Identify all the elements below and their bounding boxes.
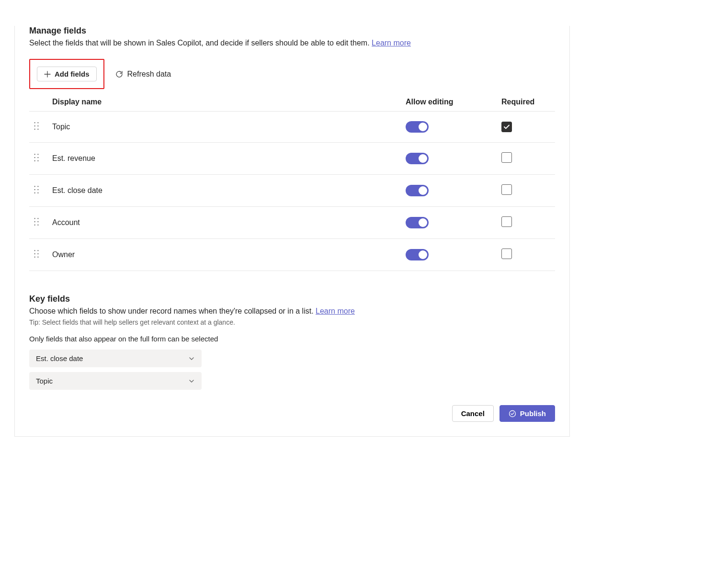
svg-point-4 [34,129,35,130]
allow-editing-toggle[interactable] [406,217,429,228]
svg-point-12 [34,186,35,187]
allow-editing-toggle[interactable] [406,121,429,133]
svg-point-7 [37,154,38,155]
field-name: Est. revenue [48,143,402,175]
required-checkbox[interactable] [501,122,512,132]
svg-point-15 [37,189,38,190]
plus-icon [44,71,51,78]
drag-handle-icon[interactable] [33,185,40,194]
svg-point-25 [37,250,38,251]
select-value: Est. close date [36,354,83,362]
col-display-name: Display name [48,93,402,112]
col-required: Required [498,93,555,112]
table-row: Topic [29,112,555,143]
svg-point-27 [37,253,38,254]
svg-point-28 [34,257,35,258]
svg-point-19 [37,218,38,219]
svg-point-9 [37,157,38,158]
key-fields-learn-more-link[interactable]: Learn more [316,307,355,315]
drag-handle-icon[interactable] [33,217,40,226]
key-field-select[interactable]: Est. close date [29,350,202,367]
svg-point-14 [34,189,35,190]
svg-point-29 [37,257,38,258]
svg-point-10 [34,160,35,161]
key-fields-note: Only fields that also appear on the full… [29,335,555,343]
svg-point-16 [34,192,35,193]
svg-point-23 [37,225,38,226]
add-fields-button[interactable]: Add fields [37,67,97,81]
required-checkbox[interactable] [501,152,512,163]
svg-point-5 [37,129,38,130]
svg-point-30 [509,410,515,417]
svg-point-21 [37,221,38,222]
allow-editing-toggle[interactable] [406,249,429,260]
add-fields-highlight-box: Add fields [29,59,104,89]
svg-point-20 [34,221,35,222]
table-row: Est. close date [29,175,555,207]
publish-button[interactable]: Publish [499,405,555,422]
required-checkbox[interactable] [501,249,512,259]
table-row: Account [29,207,555,239]
key-fields-tip: Tip: Select fields that will help seller… [29,318,555,326]
table-row: Owner [29,239,555,271]
chevron-down-icon [188,355,195,362]
manage-fields-description: Select the fields that will be shown in … [29,39,555,47]
cancel-button[interactable]: Cancel [452,405,494,422]
svg-point-8 [34,157,35,158]
field-name: Est. close date [48,175,402,207]
svg-point-26 [34,253,35,254]
svg-point-11 [37,160,38,161]
add-fields-label: Add fields [55,70,90,78]
svg-point-13 [37,186,38,187]
manage-fields-desc-text: Select the fields that will be shown in … [29,39,370,47]
key-fields-title: Key fields [29,294,555,304]
select-value: Topic [36,377,53,385]
table-row: Est. revenue [29,143,555,175]
chevron-down-icon [188,378,195,384]
svg-point-17 [37,192,38,193]
publish-label: Publish [520,409,546,418]
fields-table: Display name Allow editing Required Topi… [29,93,555,271]
svg-point-0 [34,122,35,123]
field-name: Topic [48,112,402,143]
drag-handle-icon[interactable] [33,249,40,258]
drag-handle-icon[interactable] [33,122,40,130]
svg-point-2 [34,125,35,126]
required-checkbox[interactable] [501,216,512,227]
drag-handle-icon[interactable] [33,153,40,162]
key-fields-description: Choose which fields to show under record… [29,307,555,316]
key-field-select[interactable]: Topic [29,372,202,390]
manage-fields-title: Manage fields [29,26,555,36]
check-circle-icon [509,410,516,418]
refresh-data-button[interactable]: Refresh data [115,70,171,79]
svg-point-3 [37,125,38,126]
svg-point-24 [34,250,35,251]
field-name: Owner [48,239,402,271]
manage-fields-learn-more-link[interactable]: Learn more [372,39,411,47]
refresh-icon [115,70,124,79]
required-checkbox[interactable] [501,184,512,195]
svg-point-18 [34,218,35,219]
svg-point-6 [34,154,35,155]
allow-editing-toggle[interactable] [406,185,429,196]
col-allow-editing: Allow editing [402,93,498,112]
svg-point-1 [37,122,38,123]
key-fields-desc-text: Choose which fields to show under record… [29,307,314,315]
svg-point-22 [34,225,35,226]
refresh-data-label: Refresh data [127,70,171,79]
field-name: Account [48,207,402,239]
allow-editing-toggle[interactable] [406,153,429,164]
